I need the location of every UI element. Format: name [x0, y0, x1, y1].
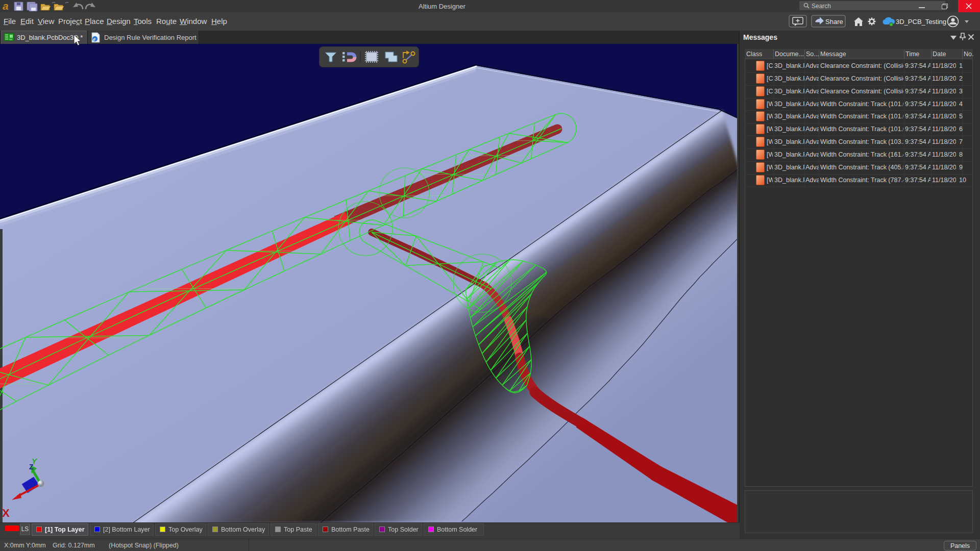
svg-text:a: a [3, 1, 9, 12]
svg-text:e: e [93, 36, 96, 42]
svg-text:3D_PCB_Testing: 3D_PCB_Testing [896, 18, 946, 26]
svg-text:Share: Share [825, 18, 843, 26]
svg-text:X: X [2, 507, 10, 519]
svg-text:Z: Z [29, 463, 34, 471]
